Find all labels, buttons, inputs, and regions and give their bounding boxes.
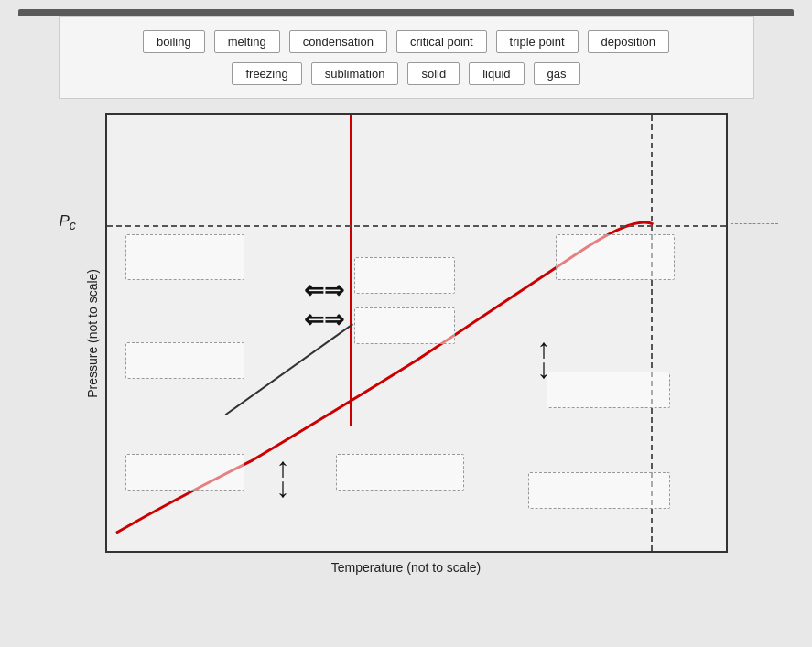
drop-zone-bot-left[interactable] <box>125 454 244 491</box>
label-triple-point[interactable]: triple point <box>496 30 579 53</box>
right-double-arrow: ↑ ↓ <box>537 335 551 383</box>
label-deposition[interactable]: deposition <box>588 30 669 53</box>
left-double-arrow: ↑ ↓ <box>276 454 290 501</box>
pc-label: Pc <box>60 212 76 232</box>
y-axis-label: Pressure (not to scale) <box>85 269 100 398</box>
label-row-1: boilingmeltingcondensationcritical point… <box>78 30 735 53</box>
drop-zone-top-right[interactable] <box>556 234 675 280</box>
label-solid[interactable]: solid <box>407 62 460 85</box>
drop-zone-top-left[interactable] <box>125 234 244 280</box>
center-double-arrow: ⇐ ⇒ <box>304 278 344 302</box>
label-gas[interactable]: gas <box>534 62 580 85</box>
label-row-2: freezingsublimationsolidliquidgas <box>78 62 735 85</box>
drop-zone-bot-right[interactable] <box>528 472 670 509</box>
top-bar <box>18 9 794 16</box>
label-sublimation[interactable]: sublimation <box>311 62 399 85</box>
drop-zone-center-top[interactable] <box>354 257 455 294</box>
svg-line-0 <box>225 324 352 415</box>
label-boiling[interactable]: boiling <box>143 30 205 53</box>
drop-zone-center-bot[interactable] <box>354 307 455 344</box>
pc-dashed-line <box>107 225 726 227</box>
label-liquid[interactable]: liquid <box>469 62 524 85</box>
pc-right-extension <box>731 223 778 224</box>
chart-area: ↑ ↓ ⇐ ⇒ ⇐ ⇒ ↑ ↓ <box>105 113 728 553</box>
label-melting[interactable]: melting <box>214 30 280 53</box>
drop-zone-mid-left[interactable] <box>125 342 244 379</box>
drop-zone-mid-right[interactable] <box>547 372 670 408</box>
label-critical-point[interactable]: critical point <box>396 30 487 53</box>
label-condensation[interactable]: condensation <box>289 30 387 53</box>
center-double-arrow2: ⇐ ⇒ <box>304 307 344 331</box>
drop-zone-bot-center[interactable] <box>336 454 464 491</box>
x-axis-label: Temperature (not to scale) <box>331 560 481 575</box>
label-container: boilingmeltingcondensationcritical point… <box>59 16 754 99</box>
label-freezing[interactable]: freezing <box>232 62 301 85</box>
